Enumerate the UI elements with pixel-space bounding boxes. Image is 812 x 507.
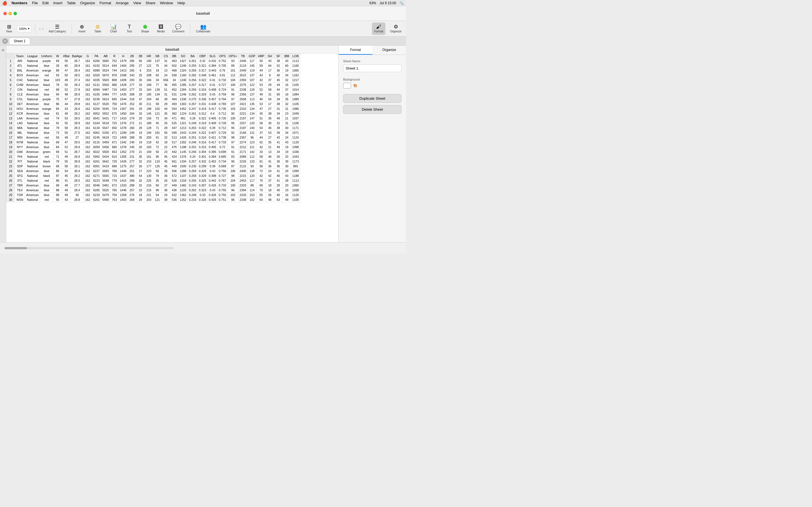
col-header-g[interactable]: G (84, 54, 92, 59)
table-cell[interactable]: 1426 (119, 159, 128, 164)
table-cell[interactable]: 58 (257, 154, 266, 159)
table-cell[interactable]: 78 (53, 159, 62, 164)
table-cell[interactable]: 2356 (238, 92, 247, 97)
table-cell[interactable]: 1428 (119, 82, 128, 87)
table-cell[interactable]: 162 (84, 188, 92, 193)
table-cell[interactable]: 50 (62, 59, 71, 63)
table-cell[interactable]: 69 (257, 183, 266, 188)
table-cell[interactable]: 1303 (179, 102, 188, 107)
table-cell[interactable]: 46 (266, 126, 274, 130)
table-cell[interactable]: 2568 (238, 97, 247, 102)
table-cell[interactable]: 1105 (291, 102, 300, 107)
table-cell[interactable]: 31 (283, 121, 291, 126)
table-cell[interactable]: 1246 (179, 92, 188, 97)
text-button[interactable]: T Text (123, 22, 136, 35)
table-cell[interactable]: 0.727 (217, 82, 227, 87)
table-cell[interactable]: 100 (227, 116, 239, 121)
table-cell[interactable]: 343 (128, 73, 136, 78)
table-cell[interactable]: 54 (62, 169, 71, 173)
table-cell[interactable]: 249 (128, 130, 136, 135)
table-cell[interactable]: red (40, 178, 54, 183)
table-cell[interactable]: 1285 (179, 82, 188, 87)
table-cell[interactable]: 0.699 (217, 150, 227, 154)
table-cell[interactable]: 285 (128, 59, 136, 63)
table-cell[interactable]: 48 (62, 183, 71, 188)
table-cell[interactable]: blue (40, 169, 54, 173)
table-cell[interactable]: 64 (266, 63, 274, 68)
table-cell[interactable]: 1086 (291, 107, 300, 111)
table-cell[interactable]: 0.304 (198, 150, 207, 154)
table-cell[interactable]: 632 (170, 193, 179, 198)
table-row[interactable]: 27TBRAmericanblue684827.7162604654816721… (6, 183, 300, 188)
table-cell[interactable]: 162 (84, 169, 92, 173)
table-cell[interactable]: 42 (257, 78, 266, 82)
table-cell[interactable]: 87 (53, 173, 62, 178)
table-cell[interactable]: 69 (53, 59, 62, 63)
table-cell[interactable]: 0.326 (198, 198, 207, 202)
table-cell[interactable]: 768 (110, 169, 119, 173)
table-cell[interactable]: 30 (136, 102, 145, 107)
table-cell[interactable]: 27.8 (71, 97, 84, 102)
table-cell[interactable]: 162 (84, 111, 92, 116)
table-cell[interactable]: 1173 (291, 159, 300, 164)
table-cell[interactable]: MIA (15, 126, 25, 130)
table-cell[interactable]: 26.7 (71, 59, 84, 63)
table-cell[interactable]: American (25, 145, 40, 150)
table-cell[interactable]: 0.256 (188, 87, 197, 92)
table-cell[interactable]: 0.728 (217, 121, 227, 126)
table-cell[interactable]: 95 (227, 121, 239, 126)
table-cell[interactable]: 1113 (291, 178, 300, 183)
table-cell[interactable]: 0.299 (198, 164, 207, 169)
table-cell[interactable]: 93 (227, 59, 239, 63)
table-cell[interactable]: 1435 (119, 92, 128, 97)
table-cell[interactable]: 40 (283, 126, 291, 130)
table-row[interactable]: 30WSNNationalred954328.81626201549076314… (6, 198, 300, 202)
table-cell[interactable]: 97 (227, 140, 239, 145)
table-cell[interactable]: 6204 (92, 107, 101, 111)
table-cell[interactable]: 6271 (92, 173, 101, 178)
table-cell[interactable]: 2338 (238, 198, 247, 202)
table-cell[interactable]: 34 (274, 97, 283, 102)
table-cell[interactable]: 96 (227, 198, 239, 202)
table-row[interactable]: 16MILNationalblue735027.5162606153306711… (6, 130, 300, 135)
table-cell[interactable]: 103 (53, 78, 62, 82)
table-cell[interactable]: 28.5 (71, 73, 84, 78)
collaborate-button[interactable]: 👥 Collaborate (194, 22, 213, 35)
table-cell[interactable]: 5565 (101, 173, 110, 178)
comment-button[interactable]: 💬 Comment (170, 22, 187, 35)
table-cell[interactable]: 5525 (101, 188, 110, 193)
table-cell[interactable]: 380 (128, 173, 136, 178)
col-header-sb[interactable]: SB (153, 54, 161, 59)
table-cell[interactable]: 2453 (238, 178, 247, 183)
table-cell[interactable]: 142 (248, 150, 257, 154)
table-cell[interactable]: 69 (53, 150, 62, 154)
table-cell[interactable]: 17 (266, 102, 274, 107)
table-cell[interactable]: 40 (62, 111, 71, 116)
table-cell[interactable]: 56 (153, 169, 161, 173)
table-cell[interactable]: 100 (227, 183, 239, 188)
table-cell[interactable]: 34 (161, 116, 170, 121)
table-cell[interactable]: 277 (128, 159, 136, 164)
table-cell[interactable]: 1404 (119, 63, 128, 68)
menu-view[interactable]: View (133, 1, 141, 5)
table-cell[interactable]: 1476 (119, 102, 128, 107)
table-cell[interactable]: 2275 (238, 82, 247, 87)
table-cell[interactable]: 1482 (179, 183, 188, 188)
table-cell[interactable]: 763 (110, 198, 119, 202)
table-cell[interactable]: 1413 (119, 68, 128, 73)
table-cell[interactable]: 34 (274, 150, 283, 154)
col-header-r[interactable]: R (110, 54, 119, 59)
table-row[interactable]: 13LAAAmericanred745328.51626041543171714… (6, 116, 300, 121)
table-cell[interactable]: American (25, 73, 40, 78)
table-cell[interactable]: 759 (110, 193, 119, 198)
table-cell[interactable]: 0.317 (198, 82, 207, 87)
table-cell[interactable]: 2187 (238, 126, 247, 130)
table-cell[interactable]: 5458 (101, 145, 110, 150)
table-row[interactable]: 21PHINationalred714926.91625992543461013… (6, 154, 300, 159)
table-cell[interactable]: 36 (266, 164, 274, 169)
table-cell[interactable]: 221 (145, 193, 153, 198)
table-cell[interactable]: 60 (153, 183, 161, 188)
table-cell[interactable]: 680 (110, 145, 119, 150)
apple-menu[interactable]: 🍎 (2, 1, 7, 5)
table-cell[interactable]: 0.417 (207, 140, 217, 145)
